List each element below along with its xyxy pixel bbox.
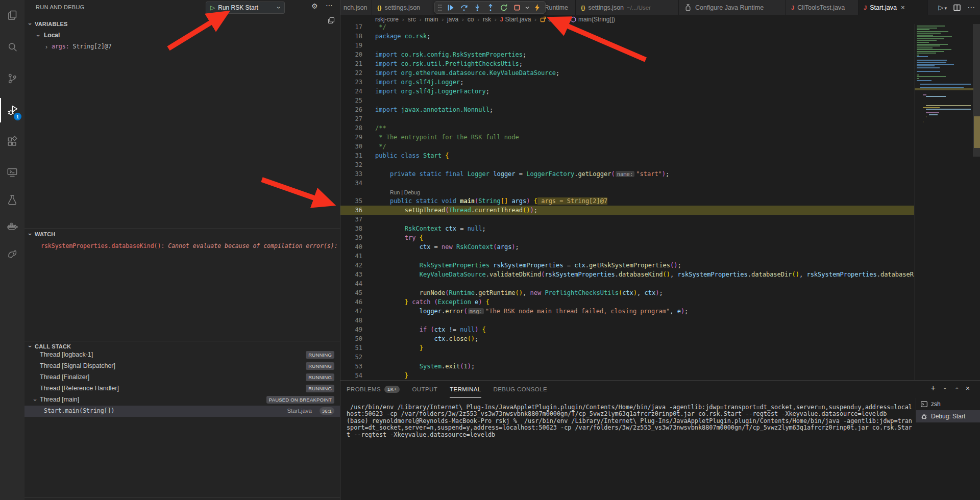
chevron-down-icon[interactable]: › bbox=[942, 386, 947, 391]
watch-expression-row[interactable]: rskSystemProperties.databaseKind(): Cann… bbox=[24, 240, 340, 252]
tab-settings-json[interactable]: {}settings.json~/.../User bbox=[576, 0, 679, 15]
activity-item-run-and-debug[interactable]: 1 bbox=[0, 98, 24, 122]
panel-tab-debug-console[interactable]: DEBUG CONSOLE bbox=[494, 381, 548, 398]
debug-gripper-button[interactable] bbox=[437, 3, 443, 13]
minimap[interactable] bbox=[914, 24, 973, 380]
line-number[interactable]: 27 bbox=[340, 114, 362, 123]
activity-item-remote-explorer[interactable] bbox=[0, 160, 24, 185]
line-number[interactable]: 24 bbox=[340, 87, 362, 96]
tab-nch-json-partial[interactable]: nch.json bbox=[340, 0, 372, 15]
line-number[interactable]: 30 bbox=[340, 142, 362, 151]
tab-clitoolstest-java[interactable]: JCliToolsTest.java bbox=[786, 0, 859, 15]
panel-tab-output[interactable]: OUTPUT bbox=[412, 381, 437, 398]
run-file-icon[interactable]: ▷▾ bbox=[938, 4, 947, 11]
maximize-panel-icon[interactable]: › bbox=[953, 386, 960, 391]
line-number[interactable]: 39 bbox=[340, 233, 362, 242]
breadcrumb-item-src[interactable]: src bbox=[408, 16, 416, 23]
terminal-list-item-debug-start[interactable]: Debug: Start bbox=[916, 410, 980, 422]
variable-args[interactable]: › args: String[2]@7 bbox=[24, 41, 340, 53]
line-number[interactable]: 25 bbox=[340, 96, 362, 105]
line-number[interactable]: 53 bbox=[340, 362, 362, 371]
line-number[interactable]: 17 bbox=[340, 24, 362, 32]
call-stack-thread-0[interactable]: Thread [logback-1]RUNNING bbox=[24, 349, 340, 361]
new-terminal-icon[interactable]: + bbox=[930, 385, 935, 392]
line-number[interactable]: 20 bbox=[340, 50, 362, 59]
panel-tab-terminal[interactable]: TERMINAL bbox=[450, 381, 481, 398]
call-stack-frame-start-main[interactable]: Start.main(String[])Start.java36:1 bbox=[24, 406, 340, 417]
activity-item-testing[interactable] bbox=[0, 188, 24, 212]
call-stack-thread-2[interactable]: Thread [Finalizer]RUNNING bbox=[24, 372, 340, 383]
line-number[interactable]: 18 bbox=[340, 32, 362, 41]
activity-item-search[interactable] bbox=[0, 35, 24, 59]
line-number[interactable]: 48 bbox=[340, 316, 362, 325]
close-icon[interactable]: × bbox=[901, 4, 905, 11]
line-number[interactable]: 44 bbox=[340, 279, 362, 288]
line-number[interactable]: 37 bbox=[340, 215, 362, 224]
line-number[interactable]: 46 bbox=[340, 297, 362, 307]
tab-configure-java-runtime[interactable]: Configure Java Runtime bbox=[679, 0, 786, 15]
close-panel-icon[interactable]: × bbox=[966, 384, 970, 392]
line-number[interactable]: 43 bbox=[340, 270, 362, 279]
line-number[interactable]: 50 bbox=[340, 334, 362, 343]
line-number[interactable]: 22 bbox=[340, 68, 362, 78]
codelens-run-debug[interactable]: Run | Debug bbox=[390, 189, 420, 195]
breadcrumb-item-main[interactable]: main bbox=[425, 16, 438, 23]
watch-section-header[interactable]: › WATCH bbox=[24, 229, 340, 240]
variables-section-header[interactable]: › VARIABLES bbox=[24, 19, 340, 30]
line-number[interactable]: 54 bbox=[340, 371, 362, 380]
breadcrumb-item-java[interactable]: java bbox=[447, 16, 458, 23]
breakpoints-section-header[interactable]: › BREAKPOINTS bbox=[24, 497, 340, 500]
more-actions-icon[interactable]: ⋯ bbox=[326, 1, 333, 9]
line-number[interactable]: 35 bbox=[340, 196, 362, 206]
line-number[interactable]: 38 bbox=[340, 224, 362, 233]
line-number[interactable]: 33 bbox=[340, 169, 362, 179]
panel-tab-problems[interactable]: PROBLEMS1K+ bbox=[347, 381, 400, 398]
activity-item-extensions[interactable] bbox=[0, 130, 24, 154]
more-actions-icon[interactable]: ⋯ bbox=[967, 3, 975, 12]
call-stack-thread-4[interactable]: ›Thread [main]PAUSED ON BREAKPOINT bbox=[24, 394, 340, 406]
call-stack-thread-1[interactable]: Thread [Signal Dispatcher]RUNNING bbox=[24, 361, 340, 372]
debug-stop-button[interactable] bbox=[511, 3, 523, 13]
line-number[interactable]: 51 bbox=[340, 343, 362, 353]
line-number[interactable]: 28 bbox=[340, 123, 362, 133]
debug-step-into-button[interactable] bbox=[472, 3, 483, 13]
debug-step-over-button[interactable] bbox=[458, 3, 470, 13]
code-editor[interactable]: Run | Debug ▶ 17 */18package co.rsk;1920… bbox=[340, 24, 914, 380]
line-number[interactable]: 42 bbox=[340, 261, 362, 270]
line-number[interactable]: 23 bbox=[340, 78, 362, 87]
run-config-dropdown[interactable]: ▷ Run RSK Start › bbox=[206, 2, 285, 14]
breadcrumb-item-rsk[interactable]: rsk bbox=[483, 16, 491, 23]
line-number[interactable]: 45 bbox=[340, 288, 362, 297]
line-number[interactable]: 32 bbox=[340, 160, 362, 169]
breadcrumb-item-rskj-core[interactable]: rskj-core bbox=[375, 16, 399, 23]
line-number[interactable]: 52 bbox=[340, 353, 362, 362]
activity-item-explorer[interactable] bbox=[0, 3, 24, 28]
activity-item-docker[interactable] bbox=[0, 214, 24, 239]
debug-hot-code-replace-button[interactable] bbox=[532, 3, 543, 13]
line-number[interactable]: 21 bbox=[340, 59, 362, 68]
line-number[interactable]: 31 bbox=[340, 151, 362, 160]
breadcrumb-item-start[interactable]: Start bbox=[540, 16, 561, 23]
activity-item-source-control[interactable] bbox=[0, 66, 24, 91]
breadcrumb-item-start-java[interactable]: JStart.java bbox=[500, 16, 531, 23]
line-number[interactable]: 41 bbox=[340, 252, 362, 261]
activity-item-gradle[interactable] bbox=[0, 241, 24, 265]
line-number[interactable]: 29 bbox=[340, 133, 362, 142]
editor-scrollbar[interactable] bbox=[973, 24, 980, 380]
line-number[interactable]: 34 bbox=[340, 179, 362, 188]
debug-step-out-button[interactable] bbox=[485, 3, 496, 13]
gear-icon[interactable]: ⚙ bbox=[311, 2, 318, 10]
breadcrumb-item-main-string[interactable]: main(String[]) bbox=[570, 16, 615, 23]
debug-chevron-down[interactable] bbox=[525, 3, 530, 13]
line-number[interactable]: 40 bbox=[340, 242, 362, 252]
variables-scope-local[interactable]: › Local bbox=[24, 30, 340, 41]
tab-start-java[interactable]: JStart.java× bbox=[859, 0, 928, 15]
line-number[interactable]: 19 bbox=[340, 41, 362, 50]
terminal-list-item-zsh[interactable]: zsh bbox=[916, 398, 980, 410]
debug-continue-button[interactable] bbox=[445, 3, 456, 13]
breadcrumb-item-co[interactable]: co bbox=[468, 16, 474, 23]
line-number[interactable]: 36 bbox=[340, 206, 362, 215]
line-number[interactable]: 47 bbox=[340, 307, 362, 316]
line-number[interactable]: 49 bbox=[340, 325, 362, 334]
call-stack-thread-3[interactable]: Thread [Reference Handler]RUNNING bbox=[24, 383, 340, 394]
